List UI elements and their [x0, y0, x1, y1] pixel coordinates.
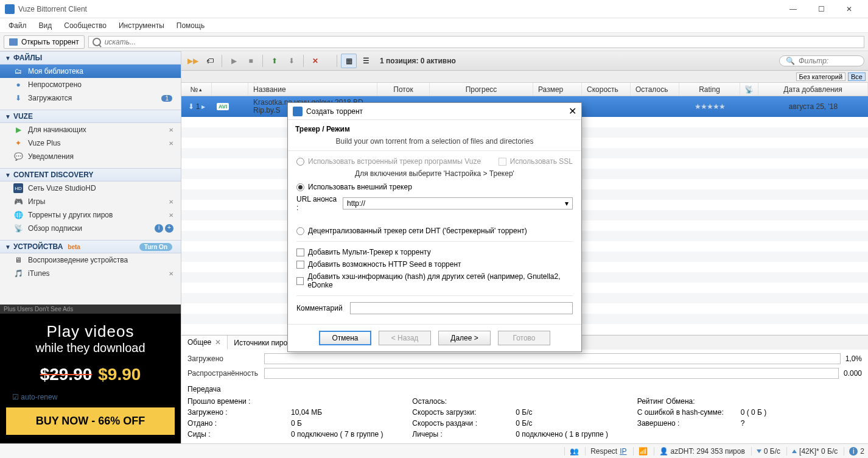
ad-strip: Plus Users Don't See Ads — [0, 305, 181, 314]
col-name[interactable]: Название — [248, 83, 377, 96]
sidebar-header-vuze[interactable]: ▼VUZE — [0, 110, 181, 123]
friends-icon[interactable]: 👥 — [570, 447, 579, 456]
sidebar-item-playback[interactable]: 🖥Воспроизведение устройства — [0, 253, 181, 267]
col-stream[interactable]: Поток — [377, 83, 430, 96]
filter-field[interactable]: 🔍 — [779, 55, 864, 66]
sidebar-item-studiohd[interactable]: HDСеть Vuze StudioHD — [0, 181, 181, 195]
close-icon[interactable]: ✕ — [215, 338, 221, 347]
sidebar: ▼ФАЙЛЫ 🗂Моя библиотека ●Непросмотрено ⬇З… — [0, 51, 181, 443]
menu-view[interactable]: Вид — [34, 20, 57, 31]
sidebar-item-notifications[interactable]: 💬Уведомления — [0, 150, 181, 163]
chip-all[interactable]: Все — [848, 72, 866, 81]
finish-button: Готово — [498, 331, 550, 345]
ad-banner[interactable]: Play videos while they download $29.90 $… — [0, 314, 181, 443]
run-button[interactable]: ▶▶ — [185, 54, 201, 68]
checkbox-multi[interactable] — [296, 248, 304, 256]
category-row: Без категорий Все — [181, 71, 868, 83]
close-button[interactable]: ✕ — [835, 0, 863, 18]
stop-button[interactable]: ■ — [243, 54, 259, 68]
sidebar-item-beginners[interactable]: ▶Для начинающих✕ — [0, 123, 181, 136]
info-icon[interactable]: i — [155, 224, 163, 233]
col-rss[interactable]: 📡 — [740, 83, 758, 96]
sidebar-item-plus[interactable]: ✦Vuze Plus✕ — [0, 136, 181, 150]
filter-input[interactable] — [799, 57, 858, 65]
play-button[interactable]: ▶ — [226, 54, 242, 68]
gamepad-icon: 🎮 — [13, 197, 23, 206]
close-icon[interactable]: ✕ — [169, 212, 176, 219]
close-icon[interactable]: ✕ — [169, 199, 176, 205]
radio-external[interactable] — [296, 183, 304, 191]
minimize-button[interactable]: — — [779, 0, 807, 18]
dialog-subtitle: Build your own torrent from a selection … — [295, 137, 574, 146]
sidebar-header-files[interactable]: ▼ФАЙЛЫ — [0, 51, 181, 65]
announce-url-combo[interactable]: http:// ▾ — [343, 197, 573, 210]
view-list-button[interactable]: ☰ — [358, 54, 374, 68]
sidebar-item-swarm[interactable]: 🌐Торренты у других пиров✕ — [0, 208, 181, 222]
rating-stars: ★★★★★ — [695, 102, 725, 111]
sidebar-header-discovery[interactable]: ▼CONTENT DISCOVERY — [0, 168, 181, 181]
buy-now-button[interactable]: BUY NOW - 66% OFF — [6, 407, 175, 435]
close-icon[interactable]: ✕ — [169, 127, 176, 133]
menu-community[interactable]: Сообщество — [59, 20, 111, 31]
table-header: № ▴ Название Поток Прогресс Размер Скоро… — [181, 83, 868, 96]
plus-icon[interactable]: + — [165, 224, 173, 233]
statusbar: 👥 Respect IP 📶 👤azDHT: 294 353 пиров 0 Б… — [0, 443, 868, 458]
col-type[interactable] — [212, 83, 248, 96]
dialog-heading: Трекер / Режим — [295, 125, 574, 133]
sidebar-item-games[interactable]: 🎮Игры✕ — [0, 195, 181, 208]
sidebar-item-library[interactable]: 🗂Моя библиотека — [0, 65, 181, 78]
search-input[interactable] — [105, 38, 860, 46]
chip-no-categories[interactable]: Без категорий — [796, 72, 845, 81]
search-icon: 🔍 — [786, 57, 795, 65]
close-icon[interactable]: ✕ — [169, 270, 176, 277]
tab-general[interactable]: Общее✕ — [181, 336, 228, 350]
cancel-button[interactable]: Отмена — [319, 331, 371, 345]
avi-icon: AVI — [217, 103, 229, 110]
sidebar-header-devices[interactable]: ▼УСТРОЙСТВАbetaTurn On — [0, 240, 181, 253]
checkbox-icon[interactable]: ☑ — [12, 393, 19, 401]
sidebar-item-subs[interactable]: 📡Обзор подпискиi+ — [0, 222, 181, 235]
checkbox-httpseed[interactable] — [296, 261, 304, 269]
col-date[interactable]: Дата добавления — [758, 83, 868, 96]
download-icon: ⬇ — [13, 93, 23, 103]
col-progress[interactable]: Прогресс — [430, 83, 533, 96]
next-button[interactable]: Далее > — [438, 331, 491, 345]
tag-button[interactable]: 🏷 — [202, 54, 218, 68]
down-button[interactable]: ⬇ — [284, 54, 299, 68]
checkbox-hash[interactable] — [296, 277, 304, 285]
col-remain[interactable]: Осталось — [631, 83, 679, 96]
arrow-down-icon — [757, 449, 761, 453]
chevron-down-icon: ▾ — [565, 199, 569, 208]
view-big-button[interactable]: ▦ — [341, 54, 357, 68]
main-toolbar: ▶▶ 🏷 ▶ ■ ⬆ ⬇ ✕ ▦ ☰ 1 позиция: 0 активно … — [181, 51, 868, 71]
wifi-icon: 📶 — [639, 447, 648, 456]
sidebar-item-unwatched[interactable]: ●Непросмотрено — [0, 78, 181, 91]
info-icon[interactable]: i — [849, 447, 858, 456]
radio-builtin — [296, 158, 304, 166]
up-button[interactable]: ⬆ — [267, 54, 282, 68]
open-torrent-button[interactable]: Открыть торрент — [4, 35, 85, 49]
app-icon — [5, 4, 15, 14]
sidebar-item-downloading[interactable]: ⬇Загружаются1 — [0, 91, 181, 105]
delete-button[interactable]: ✕ — [307, 54, 323, 68]
radio-dht[interactable] — [296, 227, 304, 235]
menu-help[interactable]: Помощь — [172, 20, 209, 31]
maximize-button[interactable]: ☐ — [807, 0, 835, 18]
top-toolbar: Открыть торрент — [0, 33, 868, 51]
col-speed[interactable]: Скорость — [582, 83, 631, 96]
menu-tools[interactable]: Инструменты — [114, 20, 169, 31]
search-field[interactable] — [88, 36, 864, 48]
bell-icon: 💬 — [13, 152, 23, 161]
menu-file[interactable]: Файл — [4, 20, 32, 31]
col-rating[interactable]: Rating — [679, 83, 740, 96]
app-icon — [293, 107, 303, 116]
close-icon[interactable]: ✕ — [169, 140, 176, 147]
comment-input[interactable] — [350, 302, 573, 314]
turn-on-button[interactable]: Turn On — [139, 243, 172, 251]
dialog-titlebar[interactable]: Создать торрент ✕ — [288, 103, 581, 120]
respect-ip[interactable]: Respect IP — [585, 447, 626, 456]
dialog-close-button[interactable]: ✕ — [569, 105, 576, 117]
sidebar-item-itunes[interactable]: 🎵iTunes✕ — [0, 267, 181, 280]
col-size[interactable]: Размер — [533, 83, 582, 96]
col-num[interactable]: № ▴ — [181, 83, 212, 96]
